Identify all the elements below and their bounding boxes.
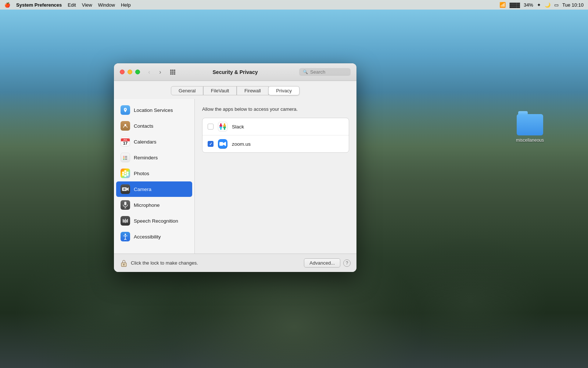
- close-button[interactable]: [120, 70, 125, 74]
- zoom-app-icon: [218, 139, 227, 149]
- svg-rect-33: [126, 220, 127, 223]
- location-icon: [121, 105, 130, 115]
- security-privacy-window: ‹ › Security & Privacy 🔍: [114, 63, 356, 272]
- slack-app-name: Slack: [232, 124, 244, 130]
- wifi-icon: 📶: [499, 2, 506, 8]
- svg-point-26: [124, 189, 125, 190]
- bottom-bar: Click the lock to make changes. Advanced…: [114, 254, 356, 272]
- sidebar-item-speech[interactable]: Speech Recognition: [116, 213, 192, 229]
- titlebar: ‹ › Security & Privacy 🔍: [114, 63, 356, 81]
- svg-rect-31: [124, 220, 125, 223]
- calendar-icon: JUL 17: [121, 137, 130, 146]
- sidebar-item-photos[interactable]: Photos: [116, 166, 192, 181]
- lock-text: Click the lock to make changes.: [131, 260, 198, 266]
- svg-rect-3: [170, 71, 172, 73]
- battery-indicator: ▓▓▓: [509, 2, 520, 8]
- sidebar-item-camera[interactable]: Camera: [116, 181, 192, 197]
- display-icon: ▭: [554, 2, 559, 8]
- sidebar-label-accessibility: Accessibility: [134, 234, 161, 240]
- app-row-zoom: zoom.us: [202, 135, 349, 152]
- microphone-icon: [121, 200, 130, 210]
- search-input[interactable]: [310, 69, 347, 75]
- svg-point-16: [124, 170, 126, 172]
- back-button[interactable]: ‹: [144, 68, 154, 76]
- maximize-button[interactable]: [135, 70, 140, 74]
- photos-icon: [121, 169, 130, 178]
- tab-filevault[interactable]: FileVault: [203, 86, 237, 95]
- folder-label: miscellaneous: [516, 138, 544, 143]
- grid-button[interactable]: [168, 68, 178, 76]
- sidebar-label-calendars: Calendars: [134, 139, 157, 145]
- menubar-time: Tue 10:10: [562, 2, 584, 8]
- menubar-right: 📶 ▓▓▓ 34% ✦ 🌙 ▭ Tue 10:10: [499, 2, 584, 8]
- extras-icon: ✦: [537, 2, 541, 8]
- svg-marker-24: [127, 187, 129, 191]
- window-menu[interactable]: Window: [98, 2, 115, 8]
- edit-menu[interactable]: Edit: [68, 2, 76, 8]
- lock-button[interactable]: Click the lock to make changes.: [120, 259, 198, 267]
- lock-icon: [120, 259, 128, 267]
- sidebar-label-photos: Photos: [134, 171, 149, 176]
- sidebar-item-location[interactable]: Location Services: [116, 102, 192, 118]
- svg-point-21: [122, 171, 124, 174]
- sidebar-item-microphone[interactable]: Microphone: [116, 197, 192, 213]
- slack-app-icon: [218, 122, 227, 131]
- zoom-checkbox[interactable]: [208, 141, 214, 147]
- traffic-lights: [120, 70, 140, 74]
- app-name-menu[interactable]: System Preferences: [16, 2, 62, 8]
- desktop: 🍎 System Preferences Edit View Window He…: [0, 0, 588, 368]
- folder-icon: [517, 114, 543, 135]
- sidebar-item-calendars[interactable]: JUL 17 Calendars: [116, 134, 192, 149]
- app-list: Slack zoom.us: [202, 118, 349, 153]
- svg-rect-30: [123, 219, 123, 223]
- nav-buttons: ‹ ›: [144, 68, 165, 76]
- tabs: General FileVault Firewall Privacy: [114, 81, 356, 99]
- svg-rect-6: [170, 73, 172, 75]
- svg-rect-4: [172, 71, 173, 73]
- svg-point-19: [124, 175, 126, 177]
- svg-point-17: [126, 171, 129, 174]
- advanced-button[interactable]: Advanced...: [304, 258, 340, 268]
- contacts-icon: [121, 121, 130, 131]
- svg-rect-0: [170, 70, 172, 71]
- tab-general[interactable]: General: [171, 86, 203, 95]
- forward-button[interactable]: ›: [155, 68, 165, 76]
- view-menu[interactable]: View: [82, 2, 92, 8]
- bottom-right: Advanced... ?: [304, 258, 351, 268]
- svg-rect-43: [219, 127, 222, 128]
- svg-point-18: [126, 174, 129, 176]
- sidebar-item-contacts[interactable]: Contacts: [116, 118, 192, 134]
- slack-checkbox[interactable]: [208, 124, 214, 130]
- svg-rect-32: [125, 219, 126, 223]
- svg-point-20: [122, 174, 124, 176]
- sidebar-item-reminders[interactable]: Reminders: [116, 150, 192, 165]
- svg-rect-39: [223, 127, 226, 128]
- app-row-slack: Slack: [202, 118, 349, 135]
- battery-percentage: 34%: [524, 2, 533, 8]
- window-title: Security & Privacy: [213, 69, 258, 75]
- svg-rect-34: [127, 219, 128, 223]
- svg-rect-8: [174, 73, 175, 75]
- svg-rect-45: [219, 142, 223, 146]
- search-icon: 🔍: [303, 70, 308, 74]
- svg-point-22: [125, 173, 126, 174]
- help-button[interactable]: ?: [343, 259, 351, 267]
- minimize-button[interactable]: [128, 70, 132, 74]
- sidebar-item-accessibility[interactable]: Accessibility: [116, 229, 192, 244]
- content-panel: Allow the apps below to access your came…: [195, 99, 356, 254]
- tab-privacy[interactable]: Privacy: [268, 86, 300, 95]
- content-description: Allow the apps below to access your came…: [202, 106, 349, 112]
- svg-rect-27: [124, 202, 126, 205]
- svg-rect-1: [172, 70, 173, 71]
- svg-rect-2: [174, 70, 175, 71]
- desktop-folder-miscellaneous[interactable]: miscellaneous: [516, 114, 544, 143]
- search-box[interactable]: 🔍: [299, 68, 351, 76]
- menubar-left: 🍎 System Preferences Edit View Window He…: [4, 2, 131, 8]
- help-menu[interactable]: Help: [121, 2, 131, 8]
- main-content: Location Services Contacts: [114, 99, 356, 254]
- sidebar-label-microphone: Microphone: [134, 202, 160, 208]
- tab-firewall[interactable]: Firewall: [237, 86, 269, 95]
- apple-menu[interactable]: 🍎: [4, 2, 10, 8]
- sidebar-label-contacts: Contacts: [134, 123, 153, 129]
- svg-rect-5: [174, 71, 175, 73]
